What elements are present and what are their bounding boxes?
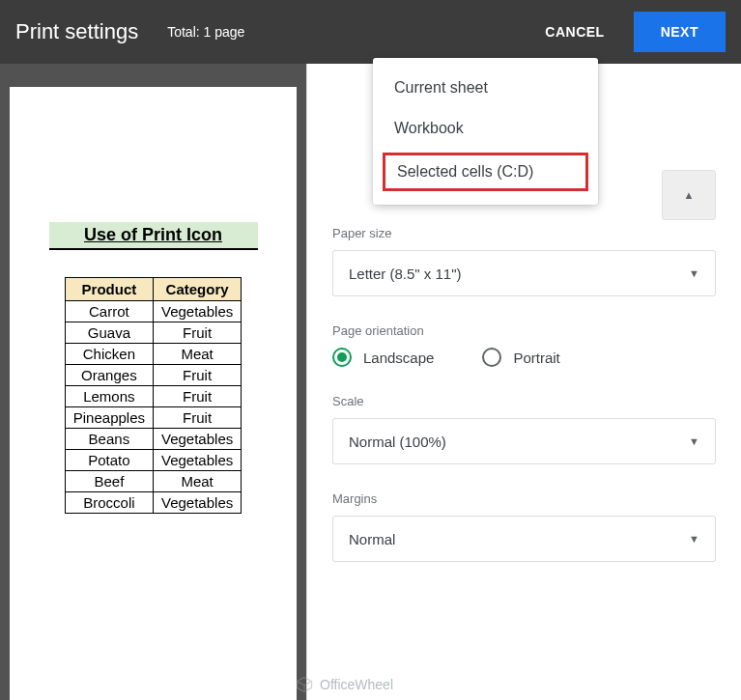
chevron-down-icon: ▼ <box>689 267 699 279</box>
radio-icon <box>332 348 352 367</box>
scale-value: Normal (100%) <box>349 434 446 450</box>
chevron-up-icon: ▲ <box>684 189 695 201</box>
table-row: BeansVegetables <box>65 429 241 450</box>
page-title: Print settings <box>15 19 138 44</box>
menu-item-selected-cells[interactable]: Selected cells (C:D) <box>383 153 588 191</box>
cancel-button[interactable]: CANCEL <box>526 14 623 49</box>
table-row: BroccoliVegetables <box>65 492 241 514</box>
chevron-down-icon: ▼ <box>689 435 699 447</box>
print-range-dropdown: Current sheet Workbook Selected cells (C… <box>373 58 598 205</box>
paper-size-label: Paper size <box>332 226 716 240</box>
next-button[interactable]: NEXT <box>634 12 726 52</box>
preview-pane: Use of Print Icon Product Category Carro… <box>0 64 306 700</box>
table-row: PotatoVegetables <box>65 450 241 471</box>
column-header: Product <box>65 278 153 301</box>
orientation-label: Page orientation <box>332 323 716 338</box>
table-row: BeefMeat <box>65 471 241 492</box>
logo-icon <box>295 675 314 694</box>
watermark: OfficeWheel <box>295 675 393 694</box>
table-row: ChickenMeat <box>65 344 241 365</box>
menu-item-current-sheet[interactable]: Current sheet <box>373 68 598 108</box>
print-range-select[interactable]: ▲ <box>662 170 716 220</box>
preview-page: Use of Print Icon Product Category Carro… <box>10 87 297 700</box>
table-row: LemonsFruit <box>65 386 241 407</box>
table-row: CarrotVegetables <box>65 301 241 322</box>
watermark-text: OfficeWheel <box>320 677 393 692</box>
margins-select[interactable]: Normal ▼ <box>332 516 716 562</box>
preview-title: Use of Print Icon <box>78 222 228 248</box>
orientation-landscape-radio[interactable]: Landscape <box>332 348 434 367</box>
preview-table: Product Category CarrotVegetables GuavaF… <box>65 277 242 514</box>
margins-label: Margins <box>332 491 716 506</box>
orientation-portrait-radio[interactable]: Portrait <box>482 348 559 367</box>
radio-icon <box>482 348 501 367</box>
scale-select[interactable]: Normal (100%) ▼ <box>332 418 716 464</box>
chevron-down-icon: ▼ <box>689 533 699 545</box>
column-header: Category <box>154 278 242 301</box>
table-row: GuavaFruit <box>65 322 241 344</box>
table-row: OrangesFruit <box>65 365 241 386</box>
paper-size-select[interactable]: Letter (8.5" x 11") ▼ <box>332 250 716 296</box>
header-bar: Print settings Total: 1 page CANCEL NEXT <box>0 0 741 64</box>
total-pages: Total: 1 page <box>167 24 244 40</box>
orientation-portrait-label: Portrait <box>513 350 559 366</box>
margins-value: Normal <box>349 531 395 547</box>
scale-label: Scale <box>332 394 716 408</box>
paper-size-value: Letter (8.5" x 11") <box>349 266 462 282</box>
orientation-landscape-label: Landscape <box>363 350 434 366</box>
menu-item-workbook[interactable]: Workbook <box>373 108 598 149</box>
table-row: PineapplesFruit <box>65 407 241 429</box>
